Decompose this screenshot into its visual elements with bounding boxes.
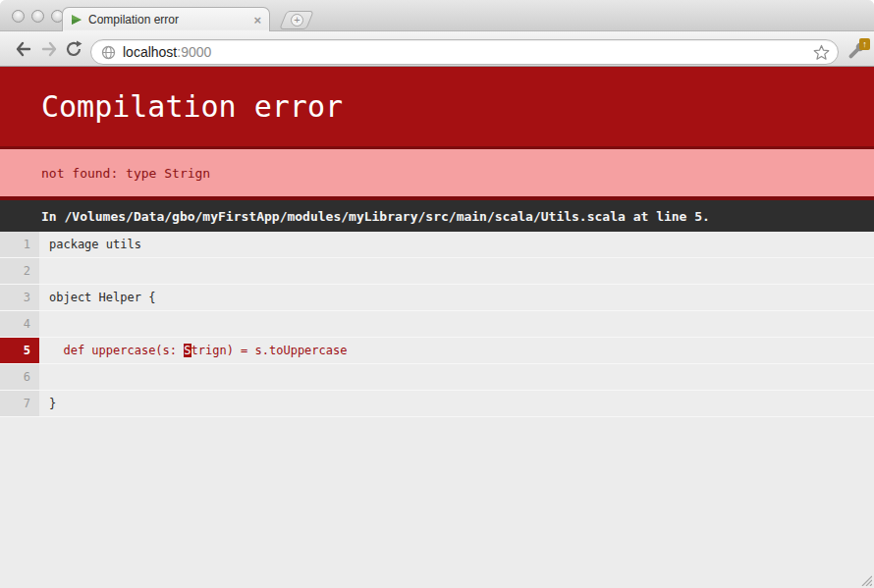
url-port: :9000 [177,44,211,60]
line-text: def uppercase(s: Strign) = s.toUppercase [39,338,874,363]
error-marker: S [184,344,191,357]
code-line: 7 } [0,391,874,417]
error-line-pre: def uppercase(s: [49,344,184,357]
close-window-button[interactable] [12,10,25,23]
code-line: 6 [0,364,874,391]
update-badge-icon: ↑ [859,38,870,50]
window-controls [12,10,64,23]
line-number: 7 [0,391,39,416]
bookmark-star-icon[interactable] [813,44,830,61]
titlebar: Compilation error × + [0,0,874,31]
error-location-bar: In /Volumes/Data/gbo/myFirstApp/modules/… [0,200,874,232]
error-line-post: trign) = s.toUppercase [191,344,348,357]
source-code-listing: 1 package utils 2 3 object Helper { 4 5 … [0,232,874,417]
error-page: Compilation error not found: type Strign… [0,67,874,588]
globe-icon [101,45,116,60]
line-text: object Helper { [39,285,874,310]
line-number: 3 [0,285,39,310]
line-number: 1 [0,232,39,257]
reload-button[interactable] [65,40,84,58]
error-message-banner: not found: type Strign [0,149,874,200]
code-line: 4 [0,311,874,338]
tab-compilation-error[interactable]: Compilation error × [62,7,270,31]
forward-button[interactable] [39,40,59,58]
browser-window: Compilation error × + localhost:9000 [0,0,874,588]
wrench-menu-button[interactable]: ↑ [846,40,869,60]
code-line-error: 5 def uppercase(s: Strign) = s.toUpperca… [0,338,874,364]
play-framework-favicon-icon [71,14,82,26]
tab-close-icon[interactable]: × [253,14,261,27]
code-line: 2 [0,258,874,285]
address-bar[interactable]: localhost:9000 [90,39,839,65]
url-text[interactable]: localhost:9000 [123,44,813,60]
url-host: localhost [123,44,177,60]
tab-title: Compilation error [88,13,247,27]
line-text: package utils [39,232,874,257]
line-text: } [39,391,874,416]
line-number: 4 [0,311,39,337]
plus-icon: + [291,14,303,27]
error-header: Compilation error [0,67,874,149]
window-resize-grip[interactable] [858,572,872,586]
line-number: 6 [0,364,39,390]
minimize-window-button[interactable] [31,10,44,23]
line-text [39,311,874,337]
line-number: 2 [0,258,39,284]
code-line: 1 package utils [0,232,874,258]
line-number: 5 [0,338,39,363]
line-text [39,364,874,390]
code-line: 3 object Helper { [0,285,874,311]
browser-toolbar: localhost:9000 ↑ [0,31,874,67]
back-button[interactable] [14,40,33,58]
page-title: Compilation error [41,89,343,124]
new-tab-button[interactable]: + [279,11,314,29]
line-text [39,258,874,284]
